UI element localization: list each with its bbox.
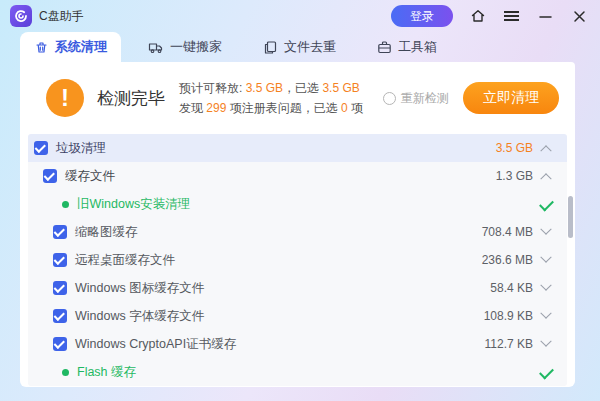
item-size: 108.9 KB	[484, 309, 533, 323]
recheck-button[interactable]: 重新检测	[383, 90, 449, 107]
tab-label: 工具箱	[398, 38, 437, 56]
checkbox-checked[interactable]	[43, 169, 57, 183]
chevron-down-icon	[540, 308, 551, 319]
clean-icon	[34, 40, 49, 55]
close-icon[interactable]	[571, 8, 588, 25]
checkbox-checked[interactable]	[34, 141, 48, 155]
selected-space-value: 3.5 GB	[322, 81, 359, 95]
item-row-old-windows-clean[interactable]: 旧Windows安装清理	[28, 190, 567, 218]
free-space-value: 3.5 GB	[246, 81, 283, 95]
item-row-cryptoapi-cert-cache[interactable]: Windows CryptoAPI证书缓存 112.7 KB	[28, 330, 567, 358]
chevron-down-icon	[540, 252, 551, 263]
expand-toggle[interactable]	[533, 284, 559, 292]
checkbox-checked[interactable]	[53, 309, 67, 323]
check-icon	[539, 197, 554, 212]
checkbox-checked[interactable]	[53, 225, 67, 239]
item-label: Flash 缓存	[77, 364, 136, 381]
chevron-down-icon	[540, 280, 551, 291]
item-size: 708.4 MB	[482, 225, 533, 239]
scan-status-title: 检测完毕	[97, 87, 165, 110]
item-label: 远程桌面缓存文件	[75, 252, 175, 269]
item-label: Windows 图标缓存文件	[75, 280, 204, 297]
expand-toggle[interactable]	[533, 256, 559, 264]
scan-status-section: ! 检测完毕 预计可释放: 3.5 GB，已选 3.5 GB 发现 299 项注…	[20, 62, 575, 134]
group-size: 1.3 GB	[496, 169, 533, 183]
clean-now-button[interactable]: 立即清理	[463, 82, 559, 114]
app-title: C盘助手	[39, 8, 84, 25]
checkbox-checked[interactable]	[53, 281, 67, 295]
item-row-thumbnail-cache[interactable]: 缩略图缓存 708.4 MB	[28, 218, 567, 246]
status-dot-icon	[62, 201, 69, 208]
status-dot-icon	[62, 369, 69, 376]
warning-icon: !	[46, 79, 84, 117]
scan-summary-line1: 预计可释放: 3.5 GB，已选 3.5 GB	[179, 78, 363, 98]
item-label: Windows CryptoAPI证书缓存	[75, 336, 236, 353]
checkbox-checked[interactable]	[53, 253, 67, 267]
item-row-windows-icon-cache[interactable]: Windows 图标缓存文件 58.4 KB	[28, 274, 567, 302]
tab-label: 系统清理	[55, 38, 107, 56]
tab-file-dedup[interactable]: 文件去重	[249, 32, 350, 62]
login-button[interactable]: 登录	[391, 5, 453, 27]
tab-one-key-move[interactable]: 一键搬家	[134, 32, 236, 62]
scrollbar-thumb[interactable]	[568, 196, 573, 238]
expand-toggle[interactable]	[533, 228, 559, 236]
home-icon[interactable]	[469, 8, 486, 25]
recheck-label: 重新检测	[401, 90, 449, 107]
registry-issues-count: 299	[206, 101, 226, 115]
tab-system-clean[interactable]: 系统清理	[20, 32, 121, 62]
tab-toolbox[interactable]: 工具箱	[363, 32, 451, 62]
done-check	[533, 368, 559, 376]
checkbox-checked[interactable]	[53, 337, 67, 351]
logo-spiral-icon	[14, 9, 28, 23]
toolbox-icon	[377, 40, 392, 55]
chevron-up-icon	[540, 173, 551, 184]
item-size: 58.4 KB	[490, 281, 533, 295]
item-size: 236.6 MB	[482, 253, 533, 267]
registry-selected-count: 0	[341, 101, 348, 115]
category-row-garbage-clean[interactable]: 垃圾清理 3.5 GB	[28, 134, 567, 162]
chevron-down-icon	[540, 224, 551, 235]
tab-bar: 系统清理 一键搬家 文件去重 工具箱	[0, 32, 600, 62]
scan-summary: 预计可释放: 3.5 GB，已选 3.5 GB 发现 299 项注册表问题，已选…	[179, 78, 363, 118]
item-row-remote-desktop-cache[interactable]: 远程桌面缓存文件 236.6 MB	[28, 246, 567, 274]
chevron-down-icon	[540, 336, 551, 347]
item-size: 112.7 KB	[485, 337, 533, 351]
group-row-cache-files[interactable]: 缓存文件 1.3 GB	[28, 162, 567, 190]
cleanup-sublist: 缓存文件 1.3 GB 旧Windows安装清理 缩略图缓存 708.4 MB	[28, 162, 567, 386]
done-check	[533, 200, 559, 208]
item-label: Windows 字体缓存文件	[75, 308, 204, 325]
dedup-icon	[263, 40, 278, 55]
category-label: 垃圾清理	[56, 140, 106, 157]
item-label: 旧Windows安装清理	[77, 196, 190, 213]
titlebar: C盘助手 登录	[0, 0, 600, 32]
item-label: 缩略图缓存	[75, 224, 138, 241]
main-panel: ! 检测完毕 预计可释放: 3.5 GB，已选 3.5 GB 发现 299 项注…	[20, 62, 575, 387]
group-label: 缓存文件	[65, 168, 115, 185]
tab-label: 一键搬家	[170, 38, 222, 56]
scan-summary-line2: 发现 299 项注册表问题，已选 0 项	[179, 98, 363, 118]
cleanup-list: 垃圾清理 3.5 GB 缓存文件 1.3 GB 旧Windows安装清理	[28, 134, 567, 386]
recheck-icon	[383, 92, 396, 105]
item-row-windows-font-cache[interactable]: Windows 字体缓存文件 108.9 KB	[28, 302, 567, 330]
minimize-icon[interactable]	[537, 8, 554, 25]
expand-toggle[interactable]	[533, 312, 559, 320]
collapse-toggle[interactable]	[533, 144, 559, 152]
collapse-toggle[interactable]	[533, 172, 559, 180]
chevron-up-icon	[540, 145, 551, 156]
item-row-flash-cache[interactable]: Flash 缓存	[28, 358, 567, 386]
truck-icon	[148, 40, 164, 55]
tab-label: 文件去重	[284, 38, 336, 56]
app-logo	[10, 5, 32, 27]
expand-toggle[interactable]	[533, 340, 559, 348]
menu-icon[interactable]	[503, 8, 520, 25]
category-size: 3.5 GB	[496, 141, 533, 155]
check-icon	[539, 365, 554, 380]
